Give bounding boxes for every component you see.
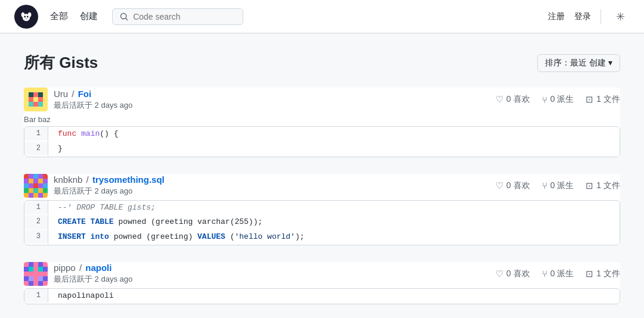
gist-name: Uru / Foi <box>54 89 132 99</box>
line-code: CREATE TABLE powned (greeting varchar(25… <box>48 215 620 230</box>
code-line: 1 napolinapoli <box>24 289 620 304</box>
files-stat: ⊡ 1 文件 <box>586 269 620 279</box>
gist-card: knbknb / trysomething.sql 最后活跃于 2 days a… <box>24 174 620 245</box>
logo[interactable] <box>14 5 38 29</box>
register-btn[interactable]: 注册 <box>548 11 565 22</box>
gist-card: Uru / Foi 最后活跃于 2 days ago ♡ 0 喜欢 ⑂ 0 派生 <box>24 88 620 157</box>
gist-title-link[interactable]: napoli <box>85 263 112 273</box>
navbar-right: 注册 登录 ✳ <box>548 7 630 26</box>
nav-create[interactable]: 创建 <box>80 8 98 24</box>
username-link[interactable]: knbknb <box>54 174 82 185</box>
gist-date: 最后活跃于 2 days ago <box>54 186 165 197</box>
likes-count: 0 喜欢 <box>506 94 530 105</box>
search-icon <box>120 12 128 21</box>
gist-stats: ♡ 0 喜欢 ⑂ 0 派生 ⊡ 1 文件 <box>496 269 620 279</box>
likes-stat[interactable]: ♡ 0 喜欢 <box>496 94 530 105</box>
line-code: --' DROP TABLE gists; <box>48 201 620 216</box>
nav-divider <box>600 10 601 24</box>
avatar[interactable] <box>24 174 48 198</box>
gist-stats: ♡ 0 喜欢 ⑂ 0 派生 ⊡ 1 文件 <box>496 94 620 105</box>
svg-point-5 <box>27 15 29 17</box>
line-number: 2 <box>24 215 48 229</box>
gist-title-link[interactable]: Foi <box>78 89 92 99</box>
forks-count: 0 派生 <box>550 94 574 105</box>
gists-list: Uru / Foi 最后活跃于 2 days ago ♡ 0 喜欢 ⑂ 0 派生 <box>24 88 620 304</box>
gist-title-link[interactable]: trysomething.sql <box>92 174 165 185</box>
code-block: 1 napolinapoli <box>24 288 620 304</box>
code-line: 1 --' DROP TABLE gists; <box>24 201 620 216</box>
navbar: 全部 创建 注册 登录 ✳ <box>0 0 644 33</box>
likes-stat[interactable]: ♡ 0 喜欢 <box>496 269 530 279</box>
svg-point-4 <box>24 15 26 17</box>
gist-card: pippo / napoli 最后活跃于 2 days ago ♡ 0 喜欢 ⑂… <box>24 262 620 304</box>
slash: / <box>79 263 84 273</box>
slash: / <box>86 174 91 185</box>
code-block: 1 func main() { 2 } <box>24 126 620 157</box>
files-count: 1 文件 <box>596 269 620 279</box>
line-code: INSERT into powned (greeting) VALUES ('h… <box>48 230 620 245</box>
gist-date: 最后活跃于 2 days ago <box>54 274 132 285</box>
username-link[interactable]: pippo <box>54 263 76 273</box>
search-box <box>112 8 243 25</box>
files-count: 1 文件 <box>596 180 620 191</box>
line-code: func main() { <box>48 127 620 142</box>
likes-stat[interactable]: ♡ 0 喜欢 <box>496 180 530 191</box>
avatar-img <box>24 262 48 286</box>
code-line: 2 CREATE TABLE powned (greeting varchar(… <box>24 215 620 230</box>
username-link[interactable]: Uru <box>54 89 68 99</box>
fork-icon: ⑂ <box>542 95 547 105</box>
gist-author: knbknb / trysomething.sql 最后活跃于 2 days a… <box>24 174 165 198</box>
code-line: 2 } <box>24 142 620 157</box>
gist-info: knbknb / trysomething.sql 最后活跃于 2 days a… <box>54 174 165 197</box>
gist-header: pippo / napoli 最后活跃于 2 days ago ♡ 0 喜欢 ⑂… <box>24 262 620 286</box>
line-code: napolinapoli <box>48 289 620 304</box>
avatar-img <box>24 88 48 111</box>
likes-count: 0 喜欢 <box>506 180 530 191</box>
heart-icon: ♡ <box>496 94 503 105</box>
gist-stats: ♡ 0 喜欢 ⑂ 0 派生 ⊡ 1 文件 <box>496 180 620 191</box>
login-btn[interactable]: 登录 <box>574 11 591 22</box>
avatar-img <box>24 174 48 198</box>
search-input[interactable] <box>133 12 236 21</box>
code-line: 3 INSERT into powned (greeting) VALUES (… <box>24 230 620 245</box>
likes-count: 0 喜欢 <box>506 269 530 279</box>
forks-count: 0 派生 <box>550 269 574 279</box>
heart-icon: ♡ <box>496 180 503 191</box>
gist-name: pippo / napoli <box>54 263 132 273</box>
forks-count: 0 派生 <box>550 180 574 191</box>
file-icon: ⊡ <box>586 269 593 279</box>
theme-toggle-btn[interactable]: ✳ <box>611 7 630 26</box>
code-line: 1 func main() { <box>24 127 620 142</box>
files-stat: ⊡ 1 文件 <box>586 180 620 191</box>
nav-all[interactable]: 全部 <box>50 8 68 24</box>
fork-icon: ⑂ <box>542 269 547 279</box>
forks-stat[interactable]: ⑂ 0 派生 <box>542 269 574 279</box>
gist-header: Uru / Foi 最后活跃于 2 days ago ♡ 0 喜欢 ⑂ 0 派生 <box>24 88 620 111</box>
logo-icon <box>18 8 35 25</box>
avatar[interactable] <box>24 88 48 111</box>
line-number: 3 <box>24 230 48 244</box>
gist-date: 最后活跃于 2 days ago <box>54 100 132 111</box>
gist-header: knbknb / trysomething.sql 最后活跃于 2 days a… <box>24 174 620 198</box>
gist-info: pippo / napoli 最后活跃于 2 days ago <box>54 263 132 285</box>
files-count: 1 文件 <box>596 94 620 105</box>
page-title: 所有 Gists <box>24 52 98 73</box>
code-block: 1 --' DROP TABLE gists; 2 CREATE TABLE p… <box>24 200 620 245</box>
forks-stat[interactable]: ⑂ 0 派生 <box>542 180 574 191</box>
gist-author: pippo / napoli 最后活跃于 2 days ago <box>24 262 132 286</box>
page-header: 所有 Gists 排序：最近 创建 ▾ <box>24 52 620 73</box>
sort-button[interactable]: 排序：最近 创建 ▾ <box>537 54 620 72</box>
file-icon: ⊡ <box>586 180 593 191</box>
fork-icon: ⑂ <box>542 180 547 191</box>
slash: / <box>72 89 76 99</box>
svg-point-3 <box>23 14 30 21</box>
line-number: 1 <box>24 127 48 141</box>
line-number: 1 <box>24 289 48 303</box>
gist-author: Uru / Foi 最后活跃于 2 days ago <box>24 88 132 111</box>
line-number: 2 <box>24 142 48 155</box>
avatar[interactable] <box>24 262 48 286</box>
forks-stat[interactable]: ⑂ 0 派生 <box>542 94 574 105</box>
line-code: } <box>48 142 620 157</box>
line-number: 1 <box>24 201 48 214</box>
file-label: Bar baz <box>24 115 620 124</box>
